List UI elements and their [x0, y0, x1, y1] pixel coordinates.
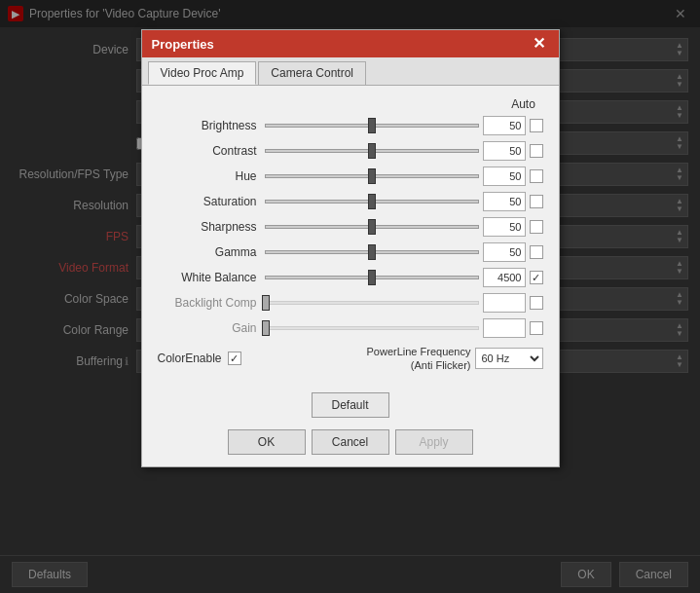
dialog-cancel-button[interactable]: Cancel	[312, 429, 389, 455]
default-button-row: Default	[142, 389, 559, 422]
saturation-label: Saturation	[158, 195, 265, 208]
hue-auto-check[interactable]	[530, 169, 543, 183]
white-balance-label: White Balance	[158, 271, 265, 284]
white-balance-row: White Balance 4500	[158, 267, 543, 288]
powerline-section: PowerLine Frequency(Anti Flicker) 60 Hz …	[366, 345, 542, 373]
contrast-slider[interactable]	[265, 141, 479, 161]
tab-camera-control[interactable]: Camera Control	[258, 61, 366, 85]
backlight-label: Backlight Comp	[158, 296, 265, 310]
sharpness-row: Sharpness 50	[158, 216, 543, 238]
sharpness-slider[interactable]	[265, 217, 479, 237]
gamma-label: Gamma	[158, 245, 265, 259]
controls-header: Auto	[158, 97, 543, 111]
dialog-titlebar: Properties ✕	[142, 30, 559, 57]
contrast-value: 50	[483, 141, 526, 161]
hue-value: 50	[483, 167, 526, 186]
brightness-slider[interactable]	[265, 116, 479, 135]
gamma-row: Gamma 50	[158, 241, 543, 263]
hue-row: Hue 50	[158, 166, 543, 187]
saturation-value: 50	[483, 192, 526, 211]
white-balance-value: 4500	[483, 268, 526, 287]
saturation-slider[interactable]	[265, 192, 479, 211]
gain-value	[483, 318, 526, 338]
white-balance-auto-check[interactable]	[530, 271, 543, 284]
saturation-row: Saturation 50	[158, 191, 543, 212]
brightness-auto-check[interactable]	[530, 119, 543, 132]
dialog-buttons: OK Cancel Apply	[142, 422, 559, 466]
dialog-tabs: Video Proc Amp Camera Control	[142, 57, 559, 86]
brightness-label: Brightness	[158, 119, 265, 132]
misc-row: ColorEnable PowerLine Frequency(Anti Fli…	[158, 345, 543, 373]
gain-row: Gain	[158, 317, 543, 339]
contrast-row: Contrast 50	[158, 140, 543, 162]
sharpness-auto-check[interactable]	[530, 220, 543, 234]
powerline-select[interactable]: 60 Hz 50 Hz Disabled	[475, 348, 543, 369]
contrast-label: Contrast	[158, 144, 265, 158]
dialog-title: Properties	[152, 37, 214, 52]
auto-header-label: Auto	[504, 97, 543, 111]
gain-label: Gain	[158, 321, 265, 335]
dialog-apply-button[interactable]: Apply	[395, 429, 473, 455]
contrast-auto-check[interactable]	[530, 144, 543, 158]
modal-overlay: Properties ✕ Video Proc Amp Camera Contr…	[0, 0, 700, 593]
hue-label: Hue	[158, 169, 265, 183]
hue-slider[interactable]	[265, 167, 479, 186]
backlight-row: Backlight Comp	[158, 292, 543, 314]
gain-auto-check[interactable]	[530, 321, 543, 335]
dialog-ok-button[interactable]: OK	[228, 429, 306, 455]
color-enable-check[interactable]	[228, 352, 241, 365]
color-enable-label: ColorEnable	[158, 352, 222, 365]
saturation-auto-check[interactable]	[530, 195, 543, 208]
sharpness-value: 50	[483, 217, 526, 237]
gamma-slider[interactable]	[265, 242, 479, 262]
backlight-auto-check[interactable]	[530, 296, 543, 310]
dialog-close-button[interactable]: ✕	[529, 36, 549, 52]
gamma-value: 50	[483, 242, 526, 262]
gamma-auto-check[interactable]	[530, 245, 543, 259]
brightness-value: 50	[483, 116, 526, 135]
backlight-slider[interactable]	[265, 293, 479, 313]
dialog-body: Auto Brightness 50 Contrast 50	[142, 86, 559, 389]
powerline-label: PowerLine Frequency(Anti Flicker)	[366, 345, 470, 373]
properties-dialog: Properties ✕ Video Proc Amp Camera Contr…	[141, 29, 560, 467]
brightness-row: Brightness 50	[158, 115, 543, 136]
gain-slider[interactable]	[265, 318, 479, 338]
white-balance-slider[interactable]	[265, 268, 479, 287]
sharpness-label: Sharpness	[158, 220, 265, 234]
tab-video-proc-amp[interactable]: Video Proc Amp	[148, 61, 257, 85]
default-button[interactable]: Default	[312, 392, 389, 418]
backlight-value	[483, 293, 526, 313]
